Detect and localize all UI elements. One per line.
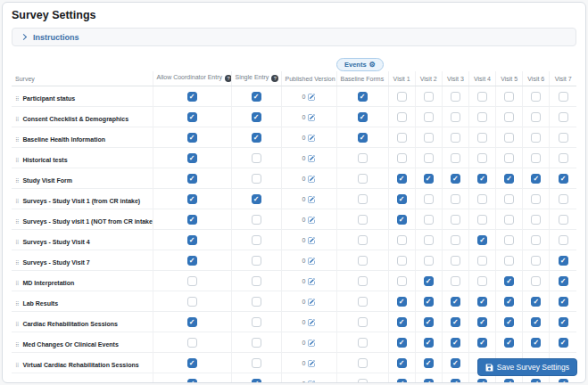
visit-7-checkbox[interactable] bbox=[559, 338, 568, 348]
visit-1-checkbox[interactable] bbox=[397, 297, 407, 307]
single-entry-checkbox[interactable] bbox=[252, 276, 261, 286]
visit-2-checkbox[interactable] bbox=[424, 153, 434, 163]
visit-7-checkbox[interactable] bbox=[559, 112, 568, 122]
single-entry-checkbox[interactable] bbox=[252, 112, 261, 122]
single-entry-checkbox[interactable] bbox=[252, 215, 261, 225]
visit-2-checkbox[interactable] bbox=[424, 215, 434, 225]
single-entry-checkbox[interactable] bbox=[252, 153, 261, 163]
edit-version-icon[interactable] bbox=[308, 176, 315, 183]
visit-2-checkbox[interactable] bbox=[424, 235, 434, 245]
allow-coordinator-entry-checkbox[interactable] bbox=[187, 112, 197, 122]
visit-5-checkbox[interactable] bbox=[504, 235, 514, 245]
visit-1-checkbox[interactable] bbox=[397, 215, 407, 225]
single-entry-checkbox[interactable] bbox=[252, 297, 261, 307]
drag-handle-icon[interactable]: ⠿ bbox=[15, 301, 19, 307]
visit-5-checkbox[interactable] bbox=[504, 317, 514, 327]
baseline-forms-checkbox[interactable] bbox=[358, 174, 368, 184]
edit-version-icon[interactable] bbox=[308, 299, 315, 306]
edit-version-icon[interactable] bbox=[308, 319, 315, 326]
visit-7-checkbox[interactable] bbox=[559, 174, 568, 184]
drag-handle-icon[interactable]: ⠿ bbox=[15, 96, 19, 102]
visit-2-checkbox[interactable] bbox=[424, 174, 434, 184]
visit-7-checkbox[interactable] bbox=[559, 92, 568, 102]
allow-coordinator-entry-checkbox[interactable] bbox=[187, 358, 197, 368]
visit-6-checkbox[interactable] bbox=[531, 317, 541, 327]
allow-coordinator-entry-checkbox[interactable] bbox=[187, 133, 197, 143]
events-button[interactable]: Events ⚙ bbox=[336, 58, 384, 71]
visit-4-checkbox[interactable] bbox=[477, 379, 487, 383]
visit-6-checkbox[interactable] bbox=[531, 194, 541, 204]
edit-version-icon[interactable] bbox=[308, 217, 315, 224]
visit-7-checkbox[interactable] bbox=[559, 379, 568, 383]
visit-2-checkbox[interactable] bbox=[424, 133, 434, 143]
baseline-forms-checkbox[interactable] bbox=[358, 256, 368, 266]
visit-2-checkbox[interactable] bbox=[424, 276, 434, 286]
visit-1-checkbox[interactable] bbox=[397, 276, 407, 286]
visit-1-checkbox[interactable] bbox=[397, 358, 407, 368]
drag-handle-icon[interactable]: ⠿ bbox=[15, 137, 19, 143]
visit-5-checkbox[interactable] bbox=[504, 112, 514, 122]
allow-coordinator-entry-checkbox[interactable] bbox=[187, 194, 197, 204]
visit-1-checkbox[interactable] bbox=[397, 235, 407, 245]
visit-6-checkbox[interactable] bbox=[531, 133, 541, 143]
visit-4-checkbox[interactable] bbox=[477, 194, 487, 204]
visit-7-checkbox[interactable] bbox=[559, 317, 568, 327]
visit-1-checkbox[interactable] bbox=[397, 256, 407, 266]
visit-1-checkbox[interactable] bbox=[397, 174, 407, 184]
visit-4-checkbox[interactable] bbox=[477, 317, 487, 327]
baseline-forms-checkbox[interactable] bbox=[358, 215, 368, 225]
visit-4-checkbox[interactable] bbox=[477, 338, 487, 348]
visit-5-checkbox[interactable] bbox=[504, 153, 514, 163]
visit-3-checkbox[interactable] bbox=[451, 256, 460, 266]
baseline-forms-checkbox[interactable] bbox=[358, 92, 368, 102]
baseline-forms-checkbox[interactable] bbox=[358, 338, 368, 348]
visit-4-checkbox[interactable] bbox=[477, 297, 487, 307]
visit-5-checkbox[interactable] bbox=[504, 174, 514, 184]
visit-5-checkbox[interactable] bbox=[504, 215, 514, 225]
visit-3-checkbox[interactable] bbox=[451, 92, 460, 102]
visit-3-checkbox[interactable] bbox=[451, 379, 460, 383]
visit-4-checkbox[interactable] bbox=[477, 276, 487, 286]
baseline-forms-checkbox[interactable] bbox=[358, 379, 368, 383]
visit-5-checkbox[interactable] bbox=[504, 297, 514, 307]
visit-6-checkbox[interactable] bbox=[531, 297, 541, 307]
edit-version-icon[interactable] bbox=[308, 114, 315, 121]
visit-3-checkbox[interactable] bbox=[451, 112, 460, 122]
allow-coordinator-entry-checkbox[interactable] bbox=[187, 174, 197, 184]
drag-handle-icon[interactable]: ⠿ bbox=[15, 219, 19, 225]
baseline-forms-checkbox[interactable] bbox=[358, 194, 368, 204]
single-entry-checkbox[interactable] bbox=[252, 194, 261, 204]
allow-coordinator-entry-checkbox[interactable] bbox=[187, 92, 197, 102]
visit-7-checkbox[interactable] bbox=[559, 297, 568, 307]
single-entry-checkbox[interactable] bbox=[252, 338, 261, 348]
visit-5-checkbox[interactable] bbox=[504, 92, 514, 102]
visit-4-checkbox[interactable] bbox=[477, 235, 487, 245]
drag-handle-icon[interactable]: ⠿ bbox=[15, 199, 19, 204]
visit-6-checkbox[interactable] bbox=[531, 379, 541, 383]
allow-coordinator-entry-checkbox[interactable] bbox=[187, 256, 197, 266]
allow-coordinator-entry-checkbox[interactable] bbox=[187, 317, 197, 327]
drag-handle-icon[interactable]: ⠿ bbox=[15, 342, 19, 348]
allow-coordinator-entry-checkbox[interactable] bbox=[187, 338, 197, 348]
edit-version-icon[interactable] bbox=[308, 155, 315, 162]
baseline-forms-checkbox[interactable] bbox=[358, 317, 368, 327]
visit-3-checkbox[interactable] bbox=[451, 297, 460, 307]
visit-1-checkbox[interactable] bbox=[397, 133, 407, 143]
visit-4-checkbox[interactable] bbox=[477, 112, 487, 122]
visit-2-checkbox[interactable] bbox=[424, 256, 434, 266]
visit-1-checkbox[interactable] bbox=[397, 317, 407, 327]
baseline-forms-checkbox[interactable] bbox=[358, 276, 368, 286]
visit-1-checkbox[interactable] bbox=[397, 153, 407, 163]
visit-2-checkbox[interactable] bbox=[424, 317, 434, 327]
drag-handle-icon[interactable]: ⠿ bbox=[15, 240, 19, 245]
visit-1-checkbox[interactable] bbox=[397, 194, 407, 204]
visit-7-checkbox[interactable] bbox=[559, 194, 568, 204]
visit-6-checkbox[interactable] bbox=[531, 215, 541, 225]
baseline-forms-checkbox[interactable] bbox=[358, 133, 368, 143]
save-survey-settings-button[interactable]: Save Survey Settings bbox=[477, 358, 577, 376]
visit-3-checkbox[interactable] bbox=[451, 153, 460, 163]
visit-6-checkbox[interactable] bbox=[531, 256, 541, 266]
visit-4-checkbox[interactable] bbox=[477, 133, 487, 143]
visit-1-checkbox[interactable] bbox=[397, 379, 407, 383]
visit-7-checkbox[interactable] bbox=[559, 153, 568, 163]
